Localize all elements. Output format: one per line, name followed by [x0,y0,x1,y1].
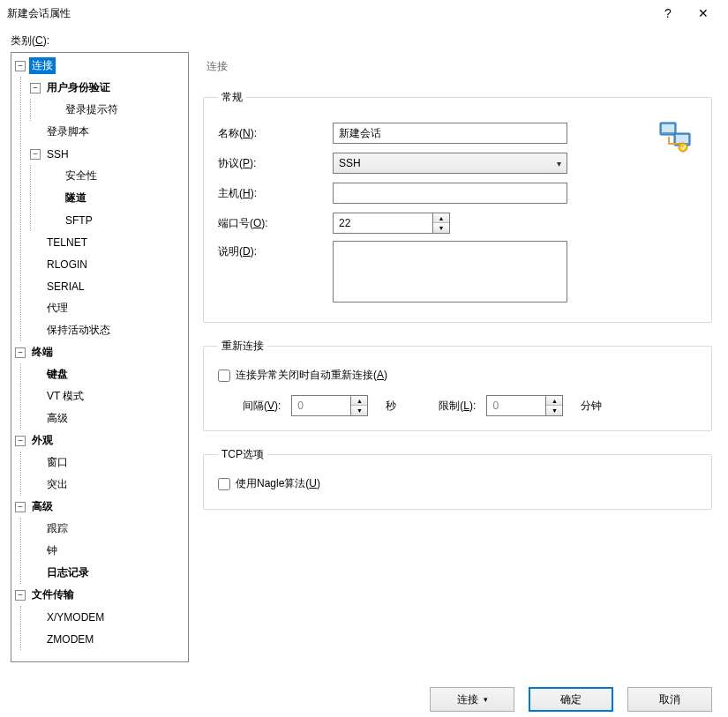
svg-rect-3 [676,135,688,143]
connection-icon [658,121,694,155]
tree-item-appearance[interactable]: − 外观 [11,429,188,452]
svg-point-4 [679,143,687,152]
host-label: 主机(H): [218,186,333,201]
interval-spinner: ▲ ▼ [291,395,368,416]
cancel-button[interactable]: 取消 [627,687,712,712]
tree-item-vt[interactable]: VT 模式 [21,385,188,407]
name-input[interactable] [333,123,567,144]
ok-button[interactable]: 确定 [529,687,613,712]
group-general-legend: 常规 [218,90,246,105]
category-tree[interactable]: − 连接 − 用户身份验证 登录提示符 [11,52,189,662]
nagle-label: 使用Nagle算法(U) [236,476,320,491]
limit-spinner: ▲ ▼ [486,395,563,416]
spinner-up-icon[interactable]: ▲ [433,213,449,223]
interval-input [291,395,351,416]
group-reconnect: 重新连接 连接异常关闭时自动重新连接(A) 间隔(V): ▲ ▼ 秒 限制(L)… [203,339,712,431]
port-spinner[interactable]: ▲ ▼ [333,213,450,234]
group-tcp: TCP选项 使用Nagle算法(U) [203,447,712,510]
tree-item-serial[interactable]: SERIAL [21,275,188,297]
spinner-up-icon: ▲ [351,396,367,406]
spinner-down-icon: ▼ [351,406,367,415]
collapse-icon[interactable]: − [30,149,41,160]
chevron-down-icon: ▾ [484,695,488,704]
group-general: 常规 名称(N): 协议(P): SSH [203,90,712,323]
tree-item-security[interactable]: 安全性 [31,165,188,187]
window-title: 新建会话属性 [7,6,650,21]
group-tcp-legend: TCP选项 [218,447,267,462]
collapse-icon[interactable]: − [15,502,26,512]
tree-item-trace[interactable]: 跟踪 [21,518,188,540]
spinner-down-icon: ▼ [546,406,562,415]
chevron-down-icon: ▾ [557,159,561,168]
connect-button[interactable]: 连接▾ [430,687,514,712]
interval-label: 间隔(V): [243,399,281,414]
tree-item-tunnel[interactable]: 隧道 [31,187,188,209]
tree-item-logging[interactable]: 日志记录 [21,562,188,584]
titlebar: 新建会话属性 ? ✕ [0,0,728,26]
tree-item-advanced[interactable]: − 高级 [11,496,188,518]
tree-item-user-auth[interactable]: − 用户身份验证 [21,77,188,99]
group-reconnect-legend: 重新连接 [218,339,267,354]
auto-reconnect-label: 连接异常关闭时自动重新连接(A) [236,368,387,383]
tree-item-highlight[interactable]: 突出 [21,474,188,496]
collapse-icon[interactable]: − [15,61,26,71]
tree-item-login-prompt[interactable]: 登录提示符 [31,99,188,121]
tree-item-ssh[interactable]: − SSH [21,143,188,165]
port-input[interactable] [333,213,433,234]
desc-textarea[interactable] [333,241,567,302]
host-input[interactable] [333,183,567,204]
tree-item-terminal-advanced[interactable]: 高级 [21,407,188,429]
settings-panel: 连接 常规 名称(N): 协议(P): [198,52,717,662]
panel-header: 连接 [203,56,712,90]
tree-item-keyboard[interactable]: 键盘 [21,363,188,385]
category-label: 类别(C): [0,26,728,52]
nagle-checkbox[interactable] [218,478,230,490]
name-label: 名称(N): [218,126,333,141]
tree-item-file-transfer[interactable]: − 文件传输 [11,584,188,606]
spinner-down-icon[interactable]: ▼ [433,223,449,233]
help-button[interactable]: ? [650,1,686,26]
collapse-icon[interactable]: − [15,347,26,358]
tree-item-terminal[interactable]: − 终端 [11,341,188,363]
tree-item-login-script[interactable]: 登录脚本 [21,121,188,143]
seconds-label: 秒 [386,399,396,414]
tree-item-rlogin[interactable]: RLOGIN [21,253,188,275]
tree-item-proxy[interactable]: 代理 [21,297,188,319]
tree-item-zmodem[interactable]: ZMODEM [21,628,188,650]
spinner-up-icon: ▲ [546,396,562,406]
port-label: 端口号(O): [218,216,333,231]
tree-item-keepalive[interactable]: 保持活动状态 [21,319,188,341]
tree-item-telnet[interactable]: TELNET [21,231,188,253]
auto-reconnect-checkbox[interactable] [218,370,230,382]
close-button[interactable]: ✕ [686,1,721,26]
protocol-select[interactable]: SSH ▾ [333,153,567,174]
protocol-label: 协议(P): [218,156,333,171]
limit-input [486,395,546,416]
tree-item-window[interactable]: 窗口 [21,452,188,474]
svg-rect-1 [662,124,674,132]
collapse-icon[interactable]: − [15,436,26,446]
collapse-icon[interactable]: − [30,83,41,93]
protocol-value: SSH [339,157,361,169]
tree-item-sftp[interactable]: SFTP [31,209,188,231]
limit-label: 限制(L): [439,399,476,414]
collapse-icon[interactable]: − [15,590,26,601]
tree-item-xymodem[interactable]: X/YMODEM [21,606,188,628]
tree-item-connection[interactable]: − 连接 [11,55,188,77]
tree-item-bell[interactable]: 钟 [21,540,188,562]
minutes-label: 分钟 [581,399,602,414]
desc-label: 说明(D): [218,241,333,259]
dialog-footer: 连接▾ 确定 取消 [430,682,712,717]
